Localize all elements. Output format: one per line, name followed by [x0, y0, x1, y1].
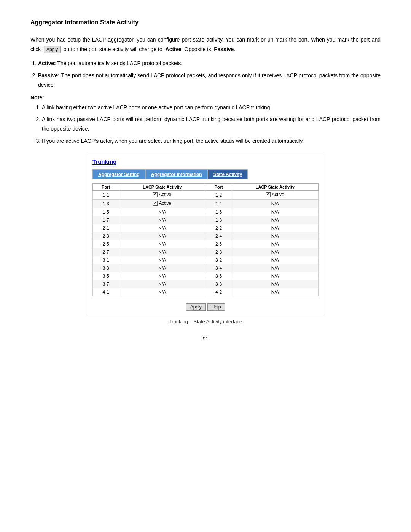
- note-item-3: If you are active LACP’s actor, when you…: [42, 136, 381, 146]
- cell-port1: 2-1: [93, 224, 119, 232]
- cell-port2: 1-8: [206, 216, 232, 224]
- cell-port2: 2-8: [206, 248, 232, 256]
- table-row: 2-1N/A2-2N/A: [93, 224, 319, 232]
- intro-end: .: [234, 46, 235, 52]
- cell-state2: N/A: [232, 224, 318, 232]
- active-label: Active:: [38, 60, 56, 66]
- tab-aggregator-setting[interactable]: Aggregator Setting: [92, 169, 145, 179]
- apply-button[interactable]: Apply: [186, 303, 206, 311]
- cell-port1: 3-3: [93, 264, 119, 272]
- cell-port1: 2-3: [93, 232, 119, 240]
- table-row: 3-7N/A3-8N/A: [93, 280, 319, 288]
- passive-text: The port does not automatically send LAC…: [38, 72, 381, 88]
- cell-port2: 1-2: [206, 190, 232, 199]
- cell-state2: N/A: [232, 280, 318, 288]
- cell-state2: N/A: [232, 256, 318, 264]
- checkbox-active[interactable]: Active: [266, 192, 284, 197]
- table-row: 2-3N/A2-4N/A: [93, 232, 319, 240]
- cell-state1: N/A: [119, 280, 206, 288]
- cell-port1: 1-5: [93, 208, 119, 216]
- cell-port2: 1-4: [206, 199, 232, 208]
- table-row: 1-7N/A1-8N/A: [93, 216, 319, 224]
- cell-port1: 4-1: [93, 288, 119, 296]
- cell-state1: N/A: [119, 240, 206, 248]
- table-caption: Trunking – State Activity interface: [30, 319, 381, 324]
- note-item-2: A link has two passive LACP ports will n…: [42, 115, 381, 134]
- cell-port2: 3-6: [206, 272, 232, 280]
- cell-port2: 2-2: [206, 224, 232, 232]
- col-lacp-state1: LACP State Activity: [119, 183, 206, 190]
- col-port2: Port: [206, 183, 232, 190]
- checkbox-active[interactable]: Active: [153, 201, 171, 206]
- cell-state2: N/A: [232, 208, 318, 216]
- note-label: Note:: [30, 94, 381, 101]
- table-body: 1-1 Active1-2 Active1-3 Active1-4N/A1-5N…: [93, 190, 319, 296]
- table-row: 2-7N/A2-8N/A: [93, 248, 319, 256]
- note-item-1: A link having either two active LACP por…: [42, 103, 381, 112]
- cell-state2: N/A: [232, 248, 318, 256]
- list-item-active: Active: The port automatically sends LAC…: [38, 59, 381, 68]
- cell-state2: N/A: [232, 288, 318, 296]
- apply-inline-button[interactable]: Apply: [44, 46, 61, 53]
- cell-port2: 2-6: [206, 240, 232, 248]
- cell-state1: N/A: [119, 288, 206, 296]
- cell-port2: 2-4: [206, 232, 232, 240]
- buttons-row: Apply Help: [88, 300, 323, 315]
- cell-port2: 3-2: [206, 256, 232, 264]
- cell-port1: 2-7: [93, 248, 119, 256]
- cell-state1: N/A: [119, 272, 206, 280]
- cell-state1: Active: [119, 190, 206, 199]
- trunking-header: Trunking Aggregator Setting Aggregator i…: [88, 155, 323, 179]
- cell-state1: N/A: [119, 208, 206, 216]
- checkbox-active[interactable]: Active: [153, 192, 171, 197]
- cell-port2: 1-6: [206, 208, 232, 216]
- cell-state1: Active: [119, 199, 206, 208]
- passive-label: Passive:: [38, 72, 60, 78]
- cell-state1: N/A: [119, 264, 206, 272]
- intro-passive-word: Passive: [214, 46, 234, 52]
- cell-port2: 3-8: [206, 280, 232, 288]
- table-header-row: Port LACP State Activity Port LACP State…: [93, 183, 319, 190]
- cell-port1: 1-1: [93, 190, 119, 199]
- table-row: 3-5N/A3-6N/A: [93, 272, 319, 280]
- table-row: 1-1 Active1-2 Active: [93, 190, 319, 199]
- intro-opposite-text: . Opposite is: [182, 46, 211, 52]
- table-row: 1-5N/A1-6N/A: [93, 208, 319, 216]
- cell-port1: 3-5: [93, 272, 119, 280]
- cell-port2: 4-2: [206, 288, 232, 296]
- table-row: 3-1N/A3-2N/A: [93, 256, 319, 264]
- intro-text-after: button the port state activity will chan…: [64, 46, 162, 52]
- help-button[interactable]: Help: [207, 303, 225, 311]
- table-row: 1-3 Active1-4N/A: [93, 199, 319, 208]
- cell-state1: N/A: [119, 224, 206, 232]
- cell-port1: 2-5: [93, 240, 119, 248]
- feature-list: Active: The port automatically sends LAC…: [38, 59, 381, 90]
- cell-state2: N/A: [232, 199, 318, 208]
- active-text: The port automatically sends LACP protoc…: [57, 60, 182, 66]
- cell-port1: 1-7: [93, 216, 119, 224]
- cell-state2: N/A: [232, 264, 318, 272]
- cell-state2: N/A: [232, 240, 318, 248]
- cell-state2: Active: [232, 190, 318, 199]
- page-number: 91: [30, 336, 381, 342]
- col-lacp-state2: LACP State Activity: [232, 183, 318, 190]
- cell-state1: N/A: [119, 248, 206, 256]
- intro-active-word: Active: [166, 46, 182, 52]
- tab-state-activity[interactable]: State Activity: [208, 169, 248, 179]
- note-list: A link having either two active LACP por…: [42, 103, 381, 146]
- col-port1: Port: [93, 183, 119, 190]
- trunking-title: Trunking: [92, 158, 116, 166]
- cell-port1: 3-1: [93, 256, 119, 264]
- page-title: Aggregator Information State Activity: [30, 19, 381, 26]
- trunking-panel: Trunking Aggregator Setting Aggregator i…: [88, 155, 323, 315]
- table-row: 4-1N/A4-2N/A: [93, 288, 319, 296]
- cell-port1: 3-7: [93, 280, 119, 288]
- table-wrapper: Port LACP State Activity Port LACP State…: [88, 179, 323, 300]
- table-row: 3-3N/A3-4N/A: [93, 264, 319, 272]
- cell-state1: N/A: [119, 216, 206, 224]
- cell-state2: N/A: [232, 232, 318, 240]
- cell-state2: N/A: [232, 216, 318, 224]
- tab-aggregator-information[interactable]: Aggregator information: [145, 169, 208, 179]
- cell-state2: N/A: [232, 272, 318, 280]
- tabs-row: Aggregator Setting Aggregator informatio…: [92, 169, 319, 179]
